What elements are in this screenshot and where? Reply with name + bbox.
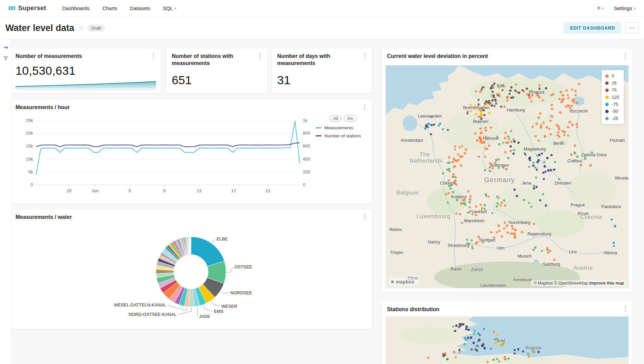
map-country-label: Germany (484, 176, 515, 184)
legend-toggle-inv[interactable]: Inv (344, 115, 356, 122)
new-item-button[interactable]: +▾ (597, 4, 604, 12)
draft-status-badge: Draft (87, 25, 105, 32)
card-title: Measurements / hour (15, 104, 356, 111)
mapbox-logo[interactable]: mapbox (389, 278, 418, 286)
filter-button[interactable] (3, 56, 8, 62)
line-chart: 005k20010k40015k60020k80025k1k29Jun59131… (10, 100, 372, 204)
card-menu-button[interactable]: ⋮ (256, 52, 265, 60)
nav-item-datasets[interactable]: Datasets (130, 5, 150, 11)
map-city-label: Bremen (473, 119, 488, 124)
map-legend-item: 25 (605, 80, 619, 86)
card-menu-button[interactable]: ⋮ (621, 52, 630, 60)
settings-menu[interactable]: Settings▾ (614, 5, 636, 11)
map-city-label: Linz (569, 249, 577, 254)
map-city-label: Göttingen (490, 162, 509, 167)
svg-text:600: 600 (303, 143, 310, 148)
svg-text:5k: 5k (28, 169, 33, 174)
map-city-label: Strasbourg (448, 243, 469, 248)
card-menu-button[interactable]: ⋮ (621, 305, 630, 313)
legend-toggle-all[interactable]: All (330, 115, 341, 122)
card-title: Number of stations with measurements (172, 53, 252, 67)
nav-item-dashboards[interactable]: Dashboards (62, 5, 90, 11)
attribution-osm[interactable]: © OpenStreetMap (554, 281, 588, 286)
map-city-label: Zielona Góra (581, 152, 606, 157)
svg-text:1k: 1k (303, 118, 308, 123)
map-country-label: The Netherlands (410, 151, 440, 164)
map-city-label: Reims (389, 227, 402, 232)
kpi-card-measurements: Number of measurements ⋮ 10,530,631 (10, 48, 161, 93)
map-city-label: Troyes (390, 250, 403, 255)
card-menu-button[interactable]: ⋮ (360, 213, 369, 221)
svg-text:9: 9 (163, 188, 165, 193)
map-attribution: © Mapbox © OpenStreetMap Improve this ma… (531, 280, 626, 286)
expand-filter-bar-button[interactable]: ⇥ (3, 45, 8, 50)
map-country-label: Belgium (396, 190, 419, 196)
attribution-mapbox[interactable]: © Mapbox (534, 281, 553, 286)
superset-logo[interactable]: ∞ Superset (8, 4, 46, 13)
caret-down-icon: ▾ (174, 6, 176, 10)
kpi-value: 10,530,631 (15, 64, 75, 77)
collapse-right-icon: ⇥ (3, 44, 8, 50)
legend-item-number-of-stations[interactable]: Number of stations (316, 133, 361, 138)
card-title: Stations distribution (387, 306, 617, 313)
svg-text:15k: 15k (26, 143, 33, 148)
card-title: Number of days with measurements (277, 53, 356, 67)
legend-color-dot (605, 103, 609, 106)
svg-text:WESEL-DATTELN-KANAL: WESEL-DATTELN-KANAL (114, 302, 166, 307)
nav-item-charts[interactable]: Charts (102, 5, 117, 11)
stations-map[interactable]: KielRostock (386, 317, 629, 364)
map-city-label: Kiel (497, 338, 505, 343)
svg-text:OSTSEE: OSTSEE (234, 264, 252, 269)
svg-text:0: 0 (31, 182, 33, 187)
svg-text:JADE: JADE (199, 314, 211, 319)
legend-color-dot (605, 74, 609, 78)
legend-value: -25 (612, 116, 618, 121)
legend-value: -50 (612, 109, 618, 114)
map-city-label: Regensburg (527, 231, 551, 236)
dashboard-title: Water level data (5, 23, 74, 33)
deviation-map[interactable]: KielRostockSzczecinLeeuwardenBremerhaven… (386, 65, 629, 288)
map-city-label: Liechtenstein (480, 283, 506, 288)
map-country-label: Luxembourg (417, 213, 451, 220)
edit-dashboard-button[interactable]: EDIT DASHBOARD (564, 22, 621, 34)
map-city-label: Berlin (553, 141, 564, 146)
card-menu-button[interactable]: ⋮ (149, 52, 158, 60)
map-legend-item: 75 (605, 88, 619, 93)
map-city-label: Zürich (471, 267, 483, 272)
legend-item-measurements[interactable]: Measurements (316, 125, 353, 130)
map-city-label: Szczecin (570, 108, 588, 113)
map-city-label: Frankfurt (470, 209, 487, 214)
mapbox-logo-icon (391, 280, 394, 283)
legend-color-dot (605, 96, 609, 99)
kpi-value: 31 (277, 73, 291, 87)
donut-chart: ELBEOSTSEENORDSEEWESEREMSJADENORD-OSTSEE… (10, 209, 372, 329)
map-city-label: Hanover (483, 136, 499, 141)
favorite-star-icon[interactable]: ☆ (78, 24, 85, 32)
map-city-label: Cottbus (567, 158, 582, 163)
mapbox-wordmark: mapbox (396, 279, 414, 285)
map-city-label: Mannheim (464, 218, 485, 223)
svg-text:WESER: WESER (221, 304, 237, 309)
legend-value: -75 (612, 102, 618, 107)
top-nav: ∞ Superset Dashboards Charts Datasets SQ… (0, 0, 644, 16)
card-menu-button[interactable]: ⋮ (360, 103, 369, 111)
svg-text:800: 800 (303, 131, 310, 136)
chart-card-measurements-per-hour: Measurements / hour ⋮ All Inv Measuremen… (10, 100, 372, 204)
map-country-label: Austria (574, 265, 593, 271)
map-city-label: Rostock (525, 345, 541, 350)
legend-value: 0 (612, 73, 614, 78)
nav-item-sql[interactable]: SQL▾ (163, 5, 176, 11)
card-menu-button[interactable]: ⋮ (360, 52, 369, 60)
svg-text:21: 21 (266, 188, 270, 193)
map-city-label: Wrocław (615, 175, 629, 180)
nav-right: +▾ Settings▾ (597, 4, 636, 12)
header-actions: EDIT DASHBOARD ⋯ (564, 22, 639, 34)
improve-map-link[interactable]: Improve this map (589, 281, 624, 286)
svg-text:13: 13 (197, 188, 201, 193)
map-city-label: Bremerhaven (463, 105, 489, 110)
map-city-label: Amsterdam (401, 138, 423, 143)
kpi-value: 651 (172, 73, 192, 87)
dashboard-more-button[interactable]: ⋯ (625, 22, 639, 34)
kpi-sparkline (15, 80, 156, 90)
map-city-label: Jena (522, 180, 531, 185)
